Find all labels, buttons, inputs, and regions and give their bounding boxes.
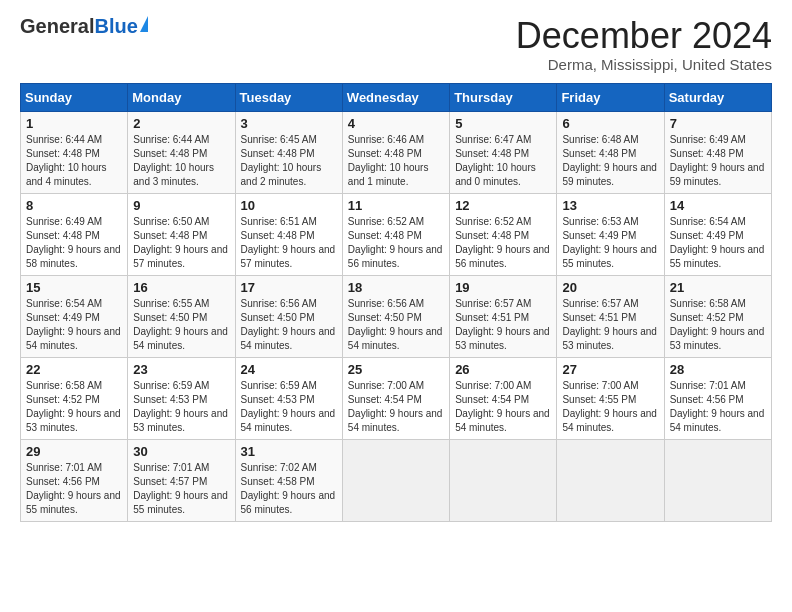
col-monday: Monday — [128, 83, 235, 111]
day-number: 12 — [455, 198, 551, 213]
cell-info: Sunrise: 6:50 AMSunset: 4:48 PMDaylight:… — [133, 216, 228, 269]
table-row: 3 Sunrise: 6:45 AMSunset: 4:48 PMDayligh… — [235, 111, 342, 193]
cell-info: Sunrise: 6:44 AMSunset: 4:48 PMDaylight:… — [26, 134, 107, 187]
table-row — [342, 439, 449, 521]
col-friday: Friday — [557, 83, 664, 111]
table-row: 10 Sunrise: 6:51 AMSunset: 4:48 PMDaylig… — [235, 193, 342, 275]
day-number: 6 — [562, 116, 658, 131]
col-sunday: Sunday — [21, 83, 128, 111]
day-number: 2 — [133, 116, 229, 131]
col-wednesday: Wednesday — [342, 83, 449, 111]
table-row: 17 Sunrise: 6:56 AMSunset: 4:50 PMDaylig… — [235, 275, 342, 357]
day-number: 27 — [562, 362, 658, 377]
cell-info: Sunrise: 6:59 AMSunset: 4:53 PMDaylight:… — [241, 380, 336, 433]
day-number: 13 — [562, 198, 658, 213]
cell-info: Sunrise: 6:51 AMSunset: 4:48 PMDaylight:… — [241, 216, 336, 269]
cell-info: Sunrise: 6:56 AMSunset: 4:50 PMDaylight:… — [348, 298, 443, 351]
day-number: 23 — [133, 362, 229, 377]
cell-info: Sunrise: 7:01 AMSunset: 4:56 PMDaylight:… — [26, 462, 121, 515]
table-row: 13 Sunrise: 6:53 AMSunset: 4:49 PMDaylig… — [557, 193, 664, 275]
day-number: 8 — [26, 198, 122, 213]
table-row: 4 Sunrise: 6:46 AMSunset: 4:48 PMDayligh… — [342, 111, 449, 193]
day-number: 3 — [241, 116, 337, 131]
calendar-header-row: Sunday Monday Tuesday Wednesday Thursday… — [21, 83, 772, 111]
cell-info: Sunrise: 6:57 AMSunset: 4:51 PMDaylight:… — [455, 298, 550, 351]
calendar-week-row: 15 Sunrise: 6:54 AMSunset: 4:49 PMDaylig… — [21, 275, 772, 357]
month-title: December 2024 — [516, 16, 772, 56]
calendar-week-row: 8 Sunrise: 6:49 AMSunset: 4:48 PMDayligh… — [21, 193, 772, 275]
cell-info: Sunrise: 6:58 AMSunset: 4:52 PMDaylight:… — [26, 380, 121, 433]
cell-info: Sunrise: 6:59 AMSunset: 4:53 PMDaylight:… — [133, 380, 228, 433]
table-row: 16 Sunrise: 6:55 AMSunset: 4:50 PMDaylig… — [128, 275, 235, 357]
table-row: 9 Sunrise: 6:50 AMSunset: 4:48 PMDayligh… — [128, 193, 235, 275]
table-row: 27 Sunrise: 7:00 AMSunset: 4:55 PMDaylig… — [557, 357, 664, 439]
cell-info: Sunrise: 6:54 AMSunset: 4:49 PMDaylight:… — [670, 216, 765, 269]
logo-icon — [140, 16, 148, 32]
cell-info: Sunrise: 6:49 AMSunset: 4:48 PMDaylight:… — [26, 216, 121, 269]
day-number: 19 — [455, 280, 551, 295]
day-number: 10 — [241, 198, 337, 213]
logo: General Blue — [20, 16, 148, 36]
table-row: 23 Sunrise: 6:59 AMSunset: 4:53 PMDaylig… — [128, 357, 235, 439]
cell-info: Sunrise: 6:46 AMSunset: 4:48 PMDaylight:… — [348, 134, 429, 187]
day-number: 20 — [562, 280, 658, 295]
day-number: 26 — [455, 362, 551, 377]
location: Derma, Mississippi, United States — [516, 56, 772, 73]
table-row: 31 Sunrise: 7:02 AMSunset: 4:58 PMDaylig… — [235, 439, 342, 521]
day-number: 4 — [348, 116, 444, 131]
day-number: 24 — [241, 362, 337, 377]
table-row: 1 Sunrise: 6:44 AMSunset: 4:48 PMDayligh… — [21, 111, 128, 193]
title-block: December 2024 Derma, Mississippi, United… — [516, 16, 772, 73]
calendar-week-row: 22 Sunrise: 6:58 AMSunset: 4:52 PMDaylig… — [21, 357, 772, 439]
day-number: 30 — [133, 444, 229, 459]
cell-info: Sunrise: 7:00 AMSunset: 4:54 PMDaylight:… — [348, 380, 443, 433]
header: General Blue December 2024 Derma, Missis… — [20, 16, 772, 73]
day-number: 1 — [26, 116, 122, 131]
day-number: 11 — [348, 198, 444, 213]
table-row: 30 Sunrise: 7:01 AMSunset: 4:57 PMDaylig… — [128, 439, 235, 521]
day-number: 7 — [670, 116, 766, 131]
day-number: 25 — [348, 362, 444, 377]
day-number: 14 — [670, 198, 766, 213]
day-number: 31 — [241, 444, 337, 459]
table-row: 11 Sunrise: 6:52 AMSunset: 4:48 PMDaylig… — [342, 193, 449, 275]
table-row: 21 Sunrise: 6:58 AMSunset: 4:52 PMDaylig… — [664, 275, 771, 357]
day-number: 22 — [26, 362, 122, 377]
table-row: 25 Sunrise: 7:00 AMSunset: 4:54 PMDaylig… — [342, 357, 449, 439]
table-row: 6 Sunrise: 6:48 AMSunset: 4:48 PMDayligh… — [557, 111, 664, 193]
cell-info: Sunrise: 6:44 AMSunset: 4:48 PMDaylight:… — [133, 134, 214, 187]
calendar: Sunday Monday Tuesday Wednesday Thursday… — [20, 83, 772, 522]
cell-info: Sunrise: 6:56 AMSunset: 4:50 PMDaylight:… — [241, 298, 336, 351]
cell-info: Sunrise: 6:52 AMSunset: 4:48 PMDaylight:… — [455, 216, 550, 269]
day-number: 15 — [26, 280, 122, 295]
cell-info: Sunrise: 6:45 AMSunset: 4:48 PMDaylight:… — [241, 134, 322, 187]
cell-info: Sunrise: 6:49 AMSunset: 4:48 PMDaylight:… — [670, 134, 765, 187]
logo-general: General — [20, 16, 94, 36]
table-row: 26 Sunrise: 7:00 AMSunset: 4:54 PMDaylig… — [450, 357, 557, 439]
table-row — [557, 439, 664, 521]
logo-text: General Blue — [20, 16, 148, 36]
cell-info: Sunrise: 6:53 AMSunset: 4:49 PMDaylight:… — [562, 216, 657, 269]
table-row: 7 Sunrise: 6:49 AMSunset: 4:48 PMDayligh… — [664, 111, 771, 193]
col-saturday: Saturday — [664, 83, 771, 111]
table-row: 8 Sunrise: 6:49 AMSunset: 4:48 PMDayligh… — [21, 193, 128, 275]
cell-info: Sunrise: 7:01 AMSunset: 4:57 PMDaylight:… — [133, 462, 228, 515]
col-thursday: Thursday — [450, 83, 557, 111]
cell-info: Sunrise: 6:54 AMSunset: 4:49 PMDaylight:… — [26, 298, 121, 351]
day-number: 5 — [455, 116, 551, 131]
table-row: 20 Sunrise: 6:57 AMSunset: 4:51 PMDaylig… — [557, 275, 664, 357]
table-row: 19 Sunrise: 6:57 AMSunset: 4:51 PMDaylig… — [450, 275, 557, 357]
day-number: 9 — [133, 198, 229, 213]
cell-info: Sunrise: 6:52 AMSunset: 4:48 PMDaylight:… — [348, 216, 443, 269]
cell-info: Sunrise: 6:57 AMSunset: 4:51 PMDaylight:… — [562, 298, 657, 351]
table-row: 28 Sunrise: 7:01 AMSunset: 4:56 PMDaylig… — [664, 357, 771, 439]
page: General Blue December 2024 Derma, Missis… — [0, 0, 792, 534]
day-number: 21 — [670, 280, 766, 295]
col-tuesday: Tuesday — [235, 83, 342, 111]
cell-info: Sunrise: 6:47 AMSunset: 4:48 PMDaylight:… — [455, 134, 536, 187]
table-row — [450, 439, 557, 521]
day-number: 28 — [670, 362, 766, 377]
table-row: 22 Sunrise: 6:58 AMSunset: 4:52 PMDaylig… — [21, 357, 128, 439]
cell-info: Sunrise: 7:00 AMSunset: 4:55 PMDaylight:… — [562, 380, 657, 433]
cell-info: Sunrise: 7:01 AMSunset: 4:56 PMDaylight:… — [670, 380, 765, 433]
